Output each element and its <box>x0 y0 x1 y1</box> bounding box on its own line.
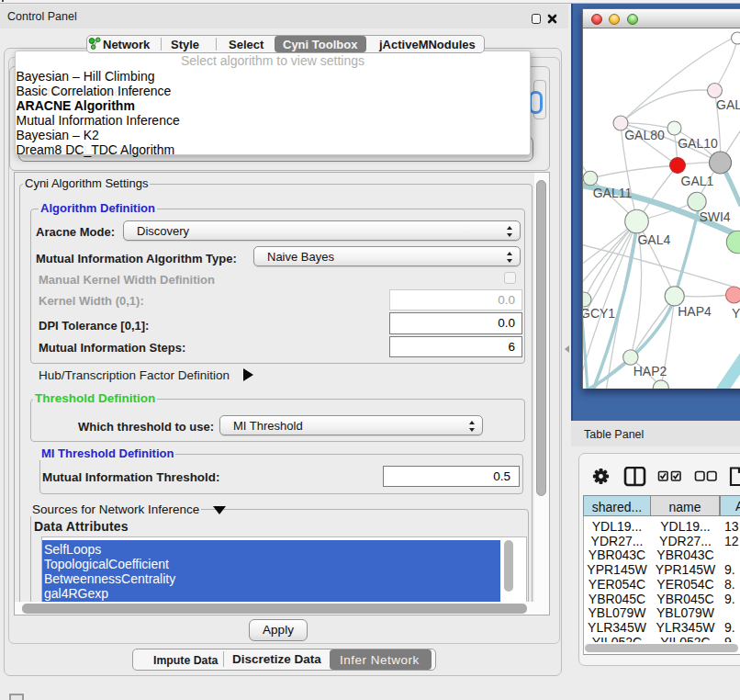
svg-text:GCY1: GCY1 <box>583 306 615 321</box>
svg-text:GAL80: GAL80 <box>624 128 665 142</box>
svg-text:GAL11: GAL11 <box>593 186 633 200</box>
svg-text:HAP2: HAP2 <box>633 364 667 378</box>
svg-text:GAL7: GAL7 <box>716 97 740 112</box>
svg-text:HAP4: HAP4 <box>678 304 712 319</box>
svg-text:SWI4: SWI4 <box>699 209 730 224</box>
svg-text:GAL1: GAL1 <box>681 174 714 188</box>
svg-text:Y: Y <box>732 306 740 321</box>
svg-text:GAL4: GAL4 <box>637 232 670 247</box>
svg-text:GAL10: GAL10 <box>678 136 718 151</box>
